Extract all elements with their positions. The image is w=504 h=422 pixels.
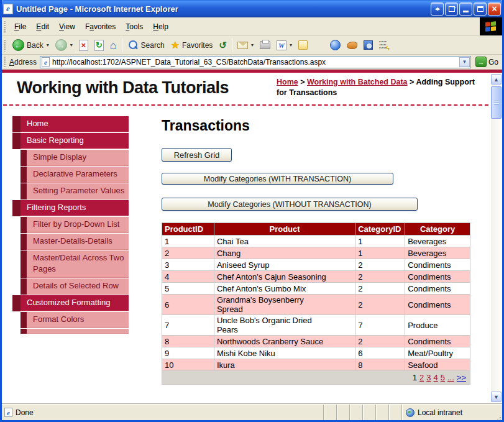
discuss-notes-icon xyxy=(298,40,308,50)
menubar-grip[interactable] xyxy=(4,21,6,33)
sidebar-item-filter-by-drop-down-list[interactable]: Filter by Drop-Down List xyxy=(21,217,129,233)
binary-tool-button[interactable]: 01010 10101 01010 xyxy=(376,39,393,52)
stop-icon: × xyxy=(79,40,88,51)
sidebar-item-label: Format Colors xyxy=(27,312,129,328)
maximize-button[interactable] xyxy=(474,2,487,16)
refresh-icon: ↻ xyxy=(94,40,104,51)
vertical-scrollbar[interactable]: ▲ ▼ xyxy=(491,74,502,402)
sidebar-item-label: Filter by Drop-Down List xyxy=(27,217,129,233)
research-button[interactable] xyxy=(344,40,360,50)
sidebar-item-tab xyxy=(12,295,21,311)
pager-next-link[interactable]: >> xyxy=(457,373,466,382)
forward-button[interactable]: → ▾ xyxy=(52,38,76,52)
scroll-down-button[interactable]: ▼ xyxy=(491,392,502,402)
edit-word-button[interactable]: W ▾ xyxy=(273,39,295,52)
sidebar-item-simple-display[interactable]: Simple Display xyxy=(21,150,129,166)
menu-help[interactable]: Help xyxy=(148,20,173,34)
home-button[interactable]: ⌂ xyxy=(107,39,120,52)
maximize-icon xyxy=(477,6,483,12)
close-button[interactable]: × xyxy=(488,2,501,16)
sidebar-item-master-details-details[interactable]: Master-Details-Details xyxy=(21,234,129,250)
cell-categoryid: 2 xyxy=(355,271,405,283)
sidebar-item-tab xyxy=(21,150,27,166)
mail-dropdown-icon[interactable]: ▾ xyxy=(251,42,254,48)
cell-product: Chai Tea xyxy=(214,236,355,247)
sidebar-item-customized-formatting[interactable]: Customized Formatting xyxy=(12,295,129,311)
refresh-button[interactable]: ↻ xyxy=(91,39,107,52)
history-button[interactable]: ↺ xyxy=(216,39,230,51)
address-input[interactable]: e http://localhost:1702/ASPNET_Data_Tuto… xyxy=(40,56,471,68)
sidebar-item-tab xyxy=(21,183,27,200)
sidebar-item-tab xyxy=(21,234,27,250)
search-icon xyxy=(127,40,139,51)
address-url[interactable]: http://localhost:1702/ASPNET_Data_Tutori… xyxy=(52,58,457,67)
sidebar-item-master-detail-across-two-pages[interactable]: Master/Detail Across Two Pages xyxy=(21,250,129,278)
breadcrumb-home[interactable]: Home xyxy=(277,78,298,86)
sidebar-item-tab xyxy=(21,312,27,328)
sidebar-item-tab xyxy=(21,167,27,183)
menu-tools[interactable]: Tools xyxy=(121,20,148,34)
sidebar-item-label: Customized Formatting xyxy=(21,295,129,311)
mail-button[interactable]: ▾ xyxy=(234,40,257,50)
modify-without-transaction-button[interactable]: Modify Categories (WITHOUT TRANSACTION) xyxy=(162,198,418,211)
chevron-up-icon: ▲ xyxy=(493,76,499,83)
pager-link-item[interactable]: ... xyxy=(447,373,454,382)
arrows-horizontal-button[interactable]: ◂▸ xyxy=(431,2,444,16)
discuss-button[interactable] xyxy=(295,39,311,51)
scrollbar-thumb[interactable] xyxy=(491,86,502,119)
address-bar: Address e http://localhost:1702/ASPNET_D… xyxy=(2,55,502,70)
cell-categoryid: 2 xyxy=(355,336,405,347)
menu-edit[interactable]: Edit xyxy=(31,20,54,34)
sidebar-item-filtering-reports[interactable]: Filtering Reports xyxy=(12,200,129,216)
status-text: Done xyxy=(16,408,34,417)
toolbar-grip[interactable] xyxy=(4,39,6,52)
site-title: Working with Data Tutorials xyxy=(17,78,229,98)
messenger-button[interactable] xyxy=(327,39,344,52)
table-row: 10Ikura8Seafood xyxy=(162,359,470,371)
back-dropdown-icon[interactable]: ▾ xyxy=(47,42,49,48)
edit-dropdown-icon[interactable]: ▾ xyxy=(290,42,292,48)
print-button[interactable] xyxy=(257,40,273,50)
breadcrumb-working-with-batched-data[interactable]: Working with Batched Data xyxy=(307,78,408,86)
refresh-grid-button[interactable]: Refresh Grid xyxy=(162,148,232,162)
sidebar-item-format-colors[interactable]: Format Colors xyxy=(21,312,129,328)
pager-link-5[interactable]: 5 xyxy=(441,373,445,382)
sidebar-item-home[interactable]: Home xyxy=(12,116,129,132)
back-button[interactable]: ← Back ▾ xyxy=(9,38,52,52)
cell-categoryid: 8 xyxy=(355,359,405,371)
book-search-button[interactable] xyxy=(360,39,376,51)
favorites-button[interactable]: ★ Favorites xyxy=(168,39,216,52)
status-pane-empty xyxy=(388,405,401,420)
resize-grip[interactable] xyxy=(492,405,502,420)
menu-favorites[interactable]: Favorites xyxy=(80,20,121,34)
sidebar-item-declarative-parameters[interactable]: Declarative Parameters xyxy=(21,167,129,183)
scroll-up-button[interactable]: ▲ xyxy=(491,74,502,85)
pager-link-2[interactable]: 2 xyxy=(419,373,424,382)
breadcrumb-separator: > xyxy=(408,78,416,86)
go-button[interactable]: → Go xyxy=(475,57,498,67)
pager-current-page: 1 xyxy=(413,373,417,382)
menu-file[interactable]: File xyxy=(9,20,31,34)
stop-button[interactable]: × xyxy=(76,39,91,52)
sidebar-item-basic-reporting[interactable]: Basic Reporting xyxy=(12,133,129,149)
pager-link-4[interactable]: 4 xyxy=(434,373,438,382)
search-button[interactable]: Search xyxy=(124,39,168,52)
addressbar-grip[interactable] xyxy=(4,56,6,68)
menu-view[interactable]: View xyxy=(54,20,80,34)
globe-icon xyxy=(406,408,415,417)
pager-link-3[interactable]: 3 xyxy=(426,373,431,382)
cell-categoryid: 2 xyxy=(355,283,405,295)
cell-categoryid: 1 xyxy=(355,236,405,247)
address-dropdown-button[interactable]: ▼ xyxy=(459,57,470,67)
modify-with-transaction-button[interactable]: Modify Categories (WITH TRANSACTION) xyxy=(162,173,393,185)
sidebar-item-item[interactable] xyxy=(21,329,129,334)
popout-button[interactable] xyxy=(445,2,458,16)
table-row: 2Chang1Beverages xyxy=(162,247,470,259)
sidebar-item-details-of-selected-row[interactable]: Details of Selected Row xyxy=(21,278,129,295)
minimize-button[interactable] xyxy=(459,2,472,16)
sidebar-item-label: Master/Detail Across Two Pages xyxy=(27,250,129,278)
cell-categoryid: 1 xyxy=(355,247,405,259)
sidebar-item-tab xyxy=(12,200,21,216)
sidebar-item-setting-parameter-values[interactable]: Setting Parameter Values xyxy=(21,183,129,200)
sidebar-item-tab xyxy=(12,116,21,132)
